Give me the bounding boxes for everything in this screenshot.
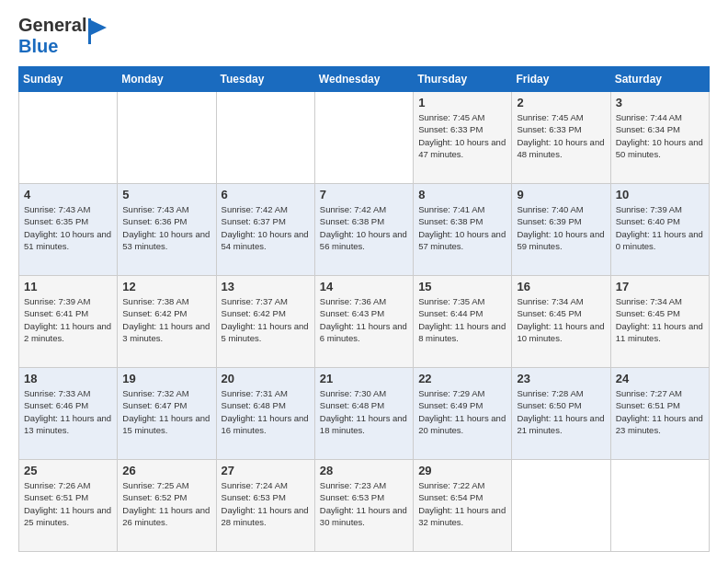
calendar-cell: 3Sunrise: 7:44 AMSunset: 6:34 PMDaylight… <box>610 92 709 184</box>
day-number: 6 <box>222 188 310 201</box>
day-number: 20 <box>222 372 310 385</box>
day-number: 1 <box>418 96 506 109</box>
day-number: 11 <box>24 280 112 293</box>
day-info: Sunrise: 7:45 AMSunset: 6:33 PMDaylight:… <box>418 111 506 160</box>
day-info: Sunrise: 7:24 AMSunset: 6:53 PMDaylight:… <box>222 479 310 528</box>
day-number: 12 <box>122 280 210 293</box>
calendar-cell: 11Sunrise: 7:39 AMSunset: 6:41 PMDayligh… <box>19 276 118 368</box>
day-info: Sunrise: 7:35 AMSunset: 6:44 PMDaylight:… <box>418 295 506 344</box>
day-info: Sunrise: 7:22 AMSunset: 6:54 PMDaylight:… <box>418 479 506 528</box>
calendar-cell: 23Sunrise: 7:28 AMSunset: 6:50 PMDayligh… <box>512 368 610 460</box>
calendar-cell <box>314 92 413 184</box>
calendar-cell: 29Sunrise: 7:22 AMSunset: 6:54 PMDayligh… <box>414 460 512 552</box>
day-info: Sunrise: 7:34 AMSunset: 6:45 PMDaylight:… <box>616 295 704 344</box>
day-header-monday: Monday <box>118 67 216 92</box>
day-number: 3 <box>616 96 704 109</box>
calendar-cell: 22Sunrise: 7:29 AMSunset: 6:49 PMDayligh… <box>414 368 512 460</box>
day-number: 29 <box>418 464 506 477</box>
calendar-cell: 28Sunrise: 7:23 AMSunset: 6:53 PMDayligh… <box>314 460 413 552</box>
calendar-cell: 7Sunrise: 7:42 AMSunset: 6:38 PMDaylight… <box>314 184 413 276</box>
calendar-cell: 4Sunrise: 7:43 AMSunset: 6:35 PMDaylight… <box>19 184 118 276</box>
day-number: 4 <box>24 188 112 201</box>
day-info: Sunrise: 7:27 AMSunset: 6:51 PMDaylight:… <box>616 387 704 436</box>
calendar-cell: 14Sunrise: 7:36 AMSunset: 6:43 PMDayligh… <box>314 276 413 368</box>
day-info: Sunrise: 7:41 AMSunset: 6:38 PMDaylight:… <box>418 203 506 252</box>
day-info: Sunrise: 7:43 AMSunset: 6:36 PMDaylight:… <box>122 203 210 252</box>
day-info: Sunrise: 7:42 AMSunset: 6:38 PMDaylight:… <box>320 203 408 252</box>
calendar-cell: 6Sunrise: 7:42 AMSunset: 6:37 PMDaylight… <box>216 184 314 276</box>
calendar-cell: 2Sunrise: 7:45 AMSunset: 6:33 PMDaylight… <box>512 92 610 184</box>
day-number: 5 <box>122 188 210 201</box>
day-number: 2 <box>517 96 605 109</box>
day-header-tuesday: Tuesday <box>216 67 314 92</box>
day-header-wednesday: Wednesday <box>314 67 413 92</box>
calendar-week-row: 4Sunrise: 7:43 AMSunset: 6:35 PMDaylight… <box>19 184 710 276</box>
day-info: Sunrise: 7:40 AMSunset: 6:39 PMDaylight:… <box>517 203 605 252</box>
calendar-cell: 17Sunrise: 7:34 AMSunset: 6:45 PMDayligh… <box>610 276 709 368</box>
day-number: 23 <box>517 372 605 385</box>
day-info: Sunrise: 7:32 AMSunset: 6:47 PMDaylight:… <box>122 387 210 436</box>
calendar-cell: 19Sunrise: 7:32 AMSunset: 6:47 PMDayligh… <box>118 368 216 460</box>
day-number: 14 <box>320 280 408 293</box>
calendar-cell <box>118 92 216 184</box>
day-info: Sunrise: 7:33 AMSunset: 6:46 PMDaylight:… <box>24 387 112 436</box>
day-header-sunday: Sunday <box>19 67 118 92</box>
day-number: 28 <box>320 464 408 477</box>
calendar-cell: 26Sunrise: 7:25 AMSunset: 6:52 PMDayligh… <box>118 460 216 552</box>
calendar-cell: 27Sunrise: 7:24 AMSunset: 6:53 PMDayligh… <box>216 460 314 552</box>
day-number: 9 <box>517 188 605 201</box>
calendar-cell: 18Sunrise: 7:33 AMSunset: 6:46 PMDayligh… <box>19 368 118 460</box>
calendar-cell: 5Sunrise: 7:43 AMSunset: 6:36 PMDaylight… <box>118 184 216 276</box>
day-number: 18 <box>24 372 112 385</box>
day-info: Sunrise: 7:44 AMSunset: 6:34 PMDaylight:… <box>616 111 704 160</box>
svg-marker-1 <box>91 20 107 35</box>
calendar-cell <box>512 460 610 552</box>
day-number: 21 <box>320 372 408 385</box>
calendar-cell: 24Sunrise: 7:27 AMSunset: 6:51 PMDayligh… <box>610 368 709 460</box>
calendar-week-row: 25Sunrise: 7:26 AMSunset: 6:51 PMDayligh… <box>19 460 710 552</box>
day-info: Sunrise: 7:43 AMSunset: 6:35 PMDaylight:… <box>24 203 112 252</box>
day-number: 24 <box>616 372 704 385</box>
calendar-cell <box>19 92 118 184</box>
header: General Blue <box>18 15 710 57</box>
day-info: Sunrise: 7:28 AMSunset: 6:50 PMDaylight:… <box>517 387 605 436</box>
calendar-cell <box>216 92 314 184</box>
day-info: Sunrise: 7:29 AMSunset: 6:49 PMDaylight:… <box>418 387 506 436</box>
calendar-cell: 1Sunrise: 7:45 AMSunset: 6:33 PMDaylight… <box>414 92 512 184</box>
day-number: 8 <box>418 188 506 201</box>
calendar-week-row: 18Sunrise: 7:33 AMSunset: 6:46 PMDayligh… <box>19 368 710 460</box>
calendar-week-row: 1Sunrise: 7:45 AMSunset: 6:33 PMDaylight… <box>19 92 710 184</box>
day-info: Sunrise: 7:39 AMSunset: 6:41 PMDaylight:… <box>24 295 112 344</box>
calendar-cell: 13Sunrise: 7:37 AMSunset: 6:42 PMDayligh… <box>216 276 314 368</box>
day-number: 10 <box>616 188 704 201</box>
day-number: 27 <box>222 464 310 477</box>
calendar-cell <box>610 460 709 552</box>
day-header-saturday: Saturday <box>610 67 709 92</box>
day-info: Sunrise: 7:38 AMSunset: 6:42 PMDaylight:… <box>122 295 210 344</box>
svg-rect-0 <box>88 18 91 44</box>
calendar-cell: 10Sunrise: 7:39 AMSunset: 6:40 PMDayligh… <box>610 184 709 276</box>
day-info: Sunrise: 7:23 AMSunset: 6:53 PMDaylight:… <box>320 479 408 528</box>
day-number: 19 <box>122 372 210 385</box>
calendar-cell: 16Sunrise: 7:34 AMSunset: 6:45 PMDayligh… <box>512 276 610 368</box>
logo: General Blue <box>18 15 108 57</box>
day-info: Sunrise: 7:39 AMSunset: 6:40 PMDaylight:… <box>616 203 704 252</box>
day-number: 22 <box>418 372 506 385</box>
logo-flag-icon <box>88 18 108 46</box>
calendar-header-row: SundayMondayTuesdayWednesdayThursdayFrid… <box>19 67 710 92</box>
day-info: Sunrise: 7:37 AMSunset: 6:42 PMDaylight:… <box>222 295 310 344</box>
day-header-thursday: Thursday <box>414 67 512 92</box>
day-info: Sunrise: 7:26 AMSunset: 6:51 PMDaylight:… <box>24 479 112 528</box>
calendar-cell: 21Sunrise: 7:30 AMSunset: 6:48 PMDayligh… <box>314 368 413 460</box>
calendar-week-row: 11Sunrise: 7:39 AMSunset: 6:41 PMDayligh… <box>19 276 710 368</box>
day-number: 15 <box>418 280 506 293</box>
calendar-cell: 15Sunrise: 7:35 AMSunset: 6:44 PMDayligh… <box>414 276 512 368</box>
day-info: Sunrise: 7:31 AMSunset: 6:48 PMDaylight:… <box>222 387 310 436</box>
calendar-cell: 25Sunrise: 7:26 AMSunset: 6:51 PMDayligh… <box>19 460 118 552</box>
day-number: 7 <box>320 188 408 201</box>
day-number: 17 <box>616 280 704 293</box>
day-header-friday: Friday <box>512 67 610 92</box>
day-info: Sunrise: 7:34 AMSunset: 6:45 PMDaylight:… <box>517 295 605 344</box>
day-number: 13 <box>222 280 310 293</box>
calendar-cell: 20Sunrise: 7:31 AMSunset: 6:48 PMDayligh… <box>216 368 314 460</box>
